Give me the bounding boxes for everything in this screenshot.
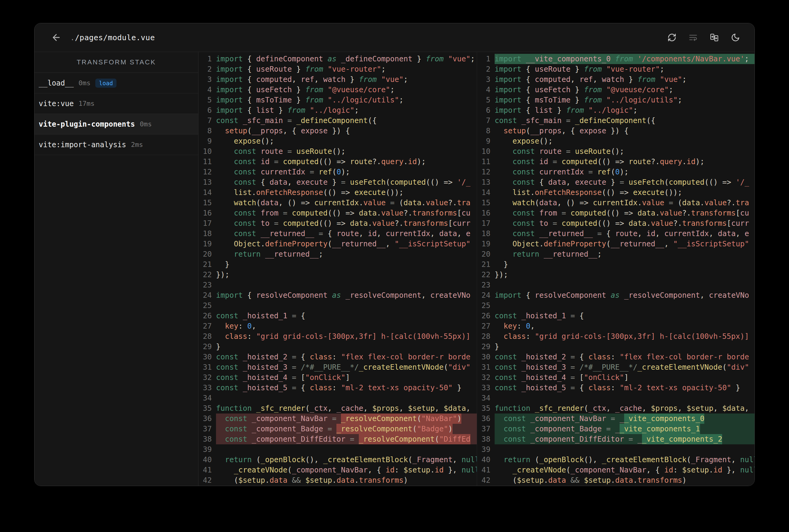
- transform-stack-item--load-[interactable]: __load__0msload: [35, 73, 198, 93]
- back-arrow-icon: [51, 32, 61, 43]
- code-line: 13 const { data, execute } = useFetch(co…: [199, 177, 477, 187]
- code-text: const from = computed(() => data.value?.…: [216, 208, 477, 218]
- code-line: 11 const id = computed(() => route?.quer…: [477, 156, 755, 167]
- line-number: 15: [477, 198, 495, 208]
- code-text: const _hoisted_2 = { class: "flex flex-c…: [216, 352, 477, 362]
- code-line: 10 const route = useRoute();: [199, 146, 477, 156]
- page-title-dot: .: [70, 33, 75, 42]
- refresh-icon[interactable]: [667, 33, 677, 42]
- code-text: const _hoisted_3 = /*#__PURE__*/_createE…: [216, 362, 477, 373]
- code-line: 22});: [477, 270, 755, 280]
- line-number: 9: [199, 136, 216, 146]
- plugin-time: 0ms: [79, 79, 91, 87]
- code-text: }: [216, 342, 477, 352]
- code-line: 28 class: "grid grid-cols-[300px,3fr] h-…: [199, 331, 477, 342]
- transform-stack-list: __load__0msloadvite:vue17msvite-plugin-c…: [35, 73, 198, 155]
- code-line: 14 list.onFetchResponse(() => execute())…: [477, 187, 755, 198]
- code-line: 27 key: 0,: [477, 321, 755, 331]
- code-panel-before[interactable]: 1import { defineComponent as _defineComp…: [199, 52, 477, 486]
- line-number: 13: [199, 177, 216, 187]
- code-line: 28 class: "grid grid-cols-[300px,3fr] h-…: [477, 331, 755, 342]
- line-number: 39: [477, 444, 495, 455]
- code-text: const { data, execute } = useFetch(compu…: [216, 177, 477, 187]
- line-number: 39: [199, 444, 216, 455]
- line-number: 9: [477, 136, 495, 146]
- code-text: [216, 280, 477, 290]
- code-line: 9 expose();: [199, 136, 477, 146]
- code-text: import { list } from "../logic";: [495, 105, 755, 115]
- code-text: const route = useRoute();: [495, 146, 755, 156]
- page-title-path: /pages/module.vue: [75, 33, 155, 42]
- topbar: ./pages/module.vue: [35, 23, 754, 52]
- code-line: 21 }: [477, 259, 755, 270]
- code-text: [495, 280, 755, 290]
- line-number: 4: [477, 84, 495, 95]
- page-title: ./pages/module.vue: [70, 33, 155, 42]
- line-number: 16: [199, 208, 216, 218]
- line-number: 27: [477, 321, 495, 331]
- code-line: 34: [199, 393, 477, 403]
- code-line: 6import { list } from "../logic";: [477, 105, 755, 115]
- code-line: 25: [199, 301, 477, 311]
- line-number: 22: [199, 270, 216, 280]
- code-text: });: [216, 270, 477, 280]
- code-line: 19 Object.defineProperty(__returned__, "…: [199, 239, 477, 249]
- line-number: 8: [199, 126, 216, 136]
- code-line: 18 const __returned__ = { route, id, cur…: [199, 229, 477, 239]
- line-number: 14: [477, 187, 495, 198]
- transform-stack-sidebar: TRANSFORM STACK __load__0msloadvite:vue1…: [35, 52, 199, 486]
- line-number: 37: [477, 424, 495, 434]
- code-line: 11 const id = computed(() => route?.quer…: [199, 156, 477, 167]
- transform-stack-item-vite-vue[interactable]: vite:vue17ms: [35, 93, 198, 114]
- line-number: 31: [199, 362, 216, 373]
- code-line: 34: [477, 393, 755, 403]
- line-number: 12: [477, 167, 495, 177]
- line-number: 15: [199, 198, 216, 208]
- code-text: import { computed, ref, watch } from "vu…: [216, 74, 477, 84]
- code-text: const _component_Badge = __vite_componen…: [495, 424, 755, 434]
- line-number: 10: [477, 146, 495, 156]
- code-text: watch(data, () => currentIdx.value = (da…: [216, 198, 477, 208]
- code-text: const id = computed(() => route?.query.i…: [216, 156, 477, 167]
- line-number: 23: [477, 280, 495, 290]
- code-line: 16 const from = computed(() => data.valu…: [477, 208, 755, 218]
- transform-stack-item-vite-plugin-components[interactable]: vite-plugin-components0ms: [35, 114, 198, 134]
- back-button[interactable]: [50, 31, 63, 44]
- code-line: 9 expose();: [477, 136, 755, 146]
- line-number: 26: [477, 311, 495, 321]
- code-text: list.onFetchResponse(() => execute());: [216, 187, 477, 198]
- code-line: 30const _hoisted_2 = { class: "flex flex…: [477, 352, 755, 362]
- code-text: ($setup.data && $setup.data.transforms): [216, 475, 477, 486]
- code-text: }: [495, 259, 755, 270]
- code-text: import { useFetch } from "@vueuse/core";: [216, 84, 477, 95]
- code-text: import { useFetch } from "@vueuse/core";: [495, 84, 755, 95]
- code-line: 12 const currentIdx = ref(0);: [199, 167, 477, 177]
- code-line: 24import { resolveComponent as _resolveC…: [199, 290, 477, 301]
- code-line: 25: [477, 301, 755, 311]
- code-line: 15 watch(data, () => currentIdx.value = …: [477, 198, 755, 208]
- code-text: const _component_NavBar = __vite_compone…: [495, 414, 755, 424]
- plugin-name: vite-plugin-components: [39, 120, 135, 129]
- plugin-name: __load__: [39, 79, 74, 87]
- code-line: 3import { computed, ref, watch } from "v…: [199, 74, 477, 84]
- code-panel-after[interactable]: 1import __vite_components_0 from '/compo…: [477, 52, 755, 486]
- code-text: const to = computed(() => data.value?.tr…: [216, 218, 477, 229]
- code-line: 7const _sfc_main = _defineComponent({: [199, 115, 477, 126]
- line-number: 34: [199, 393, 216, 403]
- code-text: const _component_DiffEditor = _resolveCo…: [216, 434, 477, 444]
- code-text: watch(data, () => currentIdx.value = (da…: [495, 198, 755, 208]
- dark-mode-moon-icon[interactable]: [731, 33, 740, 42]
- code-line: 40 return (_openBlock(), _createElementB…: [477, 455, 755, 465]
- line-number: 20: [199, 249, 216, 259]
- diff-side-by-side-icon[interactable]: [710, 33, 719, 42]
- code-text: const currentIdx = ref(0);: [216, 167, 477, 177]
- line-wrap-icon[interactable]: [689, 33, 698, 42]
- code-text: expose();: [495, 136, 755, 146]
- line-number: 17: [477, 218, 495, 229]
- code-text: const to = computed(() => data.value?.tr…: [495, 218, 755, 229]
- line-number: 42: [199, 475, 216, 486]
- code-line: 39: [477, 444, 755, 455]
- transform-stack-item-vite-import-analysis[interactable]: vite:import-analysis2ms: [35, 134, 198, 155]
- code-line: 38 const _component_DiffEditor = __vite_…: [477, 434, 755, 444]
- line-number: 22: [477, 270, 495, 280]
